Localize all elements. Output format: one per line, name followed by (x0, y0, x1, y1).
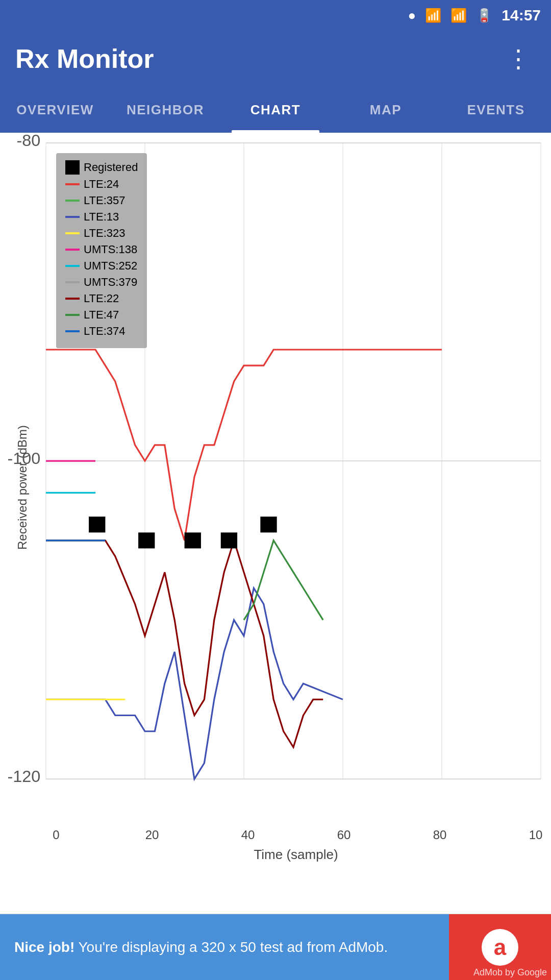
tab-bar: OVERVIEW NEIGHBOR CHART MAP EVENTS (0, 87, 551, 133)
admob-logo-icon: a (482, 929, 518, 966)
legend-line-lte13 (65, 216, 80, 218)
tab-neighbor[interactable]: NEIGHBOR (110, 87, 220, 133)
svg-text:-80: -80 (17, 132, 41, 150)
registered-marker-4 (221, 532, 237, 548)
ad-text-area[interactable]: Nice job! You're displaying a 320 x 50 t… (0, 914, 449, 980)
x-tick-80: 80 (430, 828, 450, 842)
legend-lte24: LTE:24 (65, 178, 138, 191)
chart-container: Received power (dBm) Registered LTE:24 L… (0, 133, 551, 914)
legend-line-lte357 (65, 200, 80, 202)
svg-text:-120: -120 (8, 768, 41, 786)
x-tick-40: 40 (238, 828, 258, 842)
legend-lte374: LTE:374 (65, 325, 138, 338)
status-bar: ● 📶 📶 🪫 14:57 (0, 0, 551, 31)
wifi-icon: 📶 (425, 8, 441, 23)
status-time: 14:57 (502, 7, 541, 24)
x-tick-60: 60 (334, 828, 354, 842)
legend-umts379: UMTS:379 (65, 276, 138, 289)
tab-map[interactable]: MAP (331, 87, 441, 133)
legend-lte47: LTE:47 (65, 308, 138, 322)
legend-umts252: UMTS:252 (65, 259, 138, 273)
legend-lte13: LTE:13 (65, 210, 138, 224)
legend-swatch-registered (65, 160, 80, 175)
legend-line-lte323 (65, 232, 80, 234)
chart-legend: Registered LTE:24 LTE:357 LTE:13 LTE:323… (56, 153, 147, 348)
ad-text: Nice job! You're displaying a 320 x 50 t… (14, 937, 388, 957)
x-axis-label: Time (sample) (46, 847, 546, 863)
legend-line-umts138 (65, 249, 80, 251)
ad-logo-area: a AdMob by Google (449, 914, 551, 980)
svg-text:-100: -100 (8, 450, 41, 468)
legend-line-lte24 (65, 183, 80, 185)
x-axis-ticks: 0 20 40 60 80 10 (46, 828, 546, 842)
legend-umts138: UMTS:138 (65, 243, 138, 256)
tab-overview[interactable]: OVERVIEW (0, 87, 110, 133)
y-axis-label: Received power (dBm) (0, 143, 45, 832)
tab-chart[interactable]: CHART (220, 87, 331, 133)
registered-marker-5 (260, 517, 277, 532)
x-tick-20: 20 (142, 828, 162, 842)
legend-line-umts252 (65, 265, 80, 267)
legend-lte22: LTE:22 (65, 292, 138, 305)
location-icon: ● (408, 8, 416, 23)
overflow-menu-button[interactable]: ⋮ (501, 39, 536, 78)
tab-events[interactable]: EVENTS (441, 87, 551, 133)
legend-line-umts379 (65, 281, 80, 283)
registered-marker-1 (89, 517, 105, 532)
chart-area: Registered LTE:24 LTE:357 LTE:13 LTE:323… (46, 143, 541, 832)
app-title: Rx Monitor (15, 43, 154, 74)
signal-icon: 📶 (450, 8, 467, 23)
legend-line-lte22 (65, 298, 80, 300)
app-bar: Rx Monitor ⋮ (0, 31, 551, 87)
x-tick-100: 10 (525, 828, 546, 842)
line-lte13 (46, 588, 343, 779)
admob-label: AdMob by Google (473, 967, 547, 978)
x-tick-0: 0 (46, 828, 66, 842)
legend-lte323: LTE:323 (65, 227, 138, 240)
ad-banner: Nice job! You're displaying a 320 x 50 t… (0, 914, 551, 980)
legend-lte357: LTE:357 (65, 194, 138, 207)
registered-marker-3 (185, 532, 201, 548)
legend-registered: Registered (65, 160, 138, 175)
registered-marker-2 (138, 532, 155, 548)
battery-icon: 🪫 (476, 8, 492, 23)
legend-line-lte47 (65, 314, 80, 316)
legend-line-lte374 (65, 330, 80, 332)
